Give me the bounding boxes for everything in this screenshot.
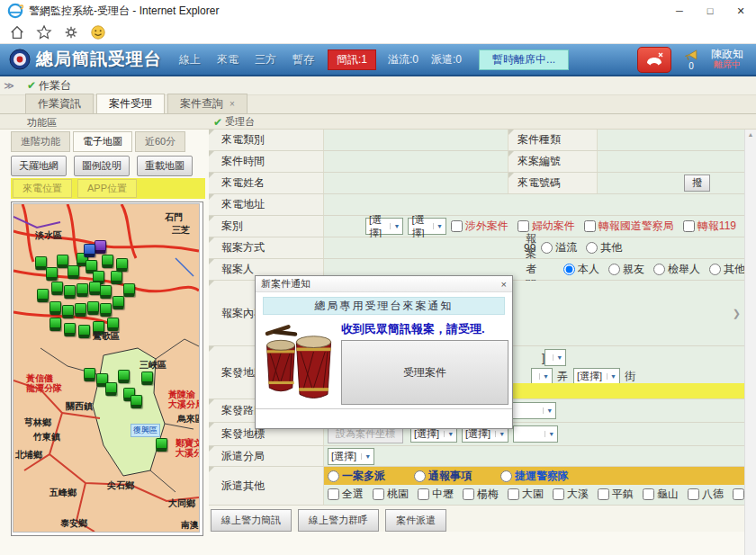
radio-input[interactable] xyxy=(653,264,665,275)
checkbox-option-中壢[interactable]: 中壢 xyxy=(418,487,454,502)
radio-option-其他[interactable]: 其他 xyxy=(586,240,622,255)
away-status-button[interactable]: 暫時離席中... xyxy=(479,49,569,70)
checkbox-input[interactable] xyxy=(733,488,744,500)
map-marker[interactable] xyxy=(75,303,86,317)
tab-案件受理[interactable]: 案件受理 xyxy=(96,94,165,113)
smiley-icon[interactable] xyxy=(90,24,106,40)
case-no-field[interactable] xyxy=(598,151,745,172)
checkbox-input[interactable] xyxy=(373,488,384,500)
settings-gear-icon[interactable] xyxy=(63,24,79,40)
map-marker[interactable] xyxy=(118,370,130,383)
maximize-button[interactable]: □ xyxy=(695,0,725,22)
case-category-select[interactable]: [選擇]▼ xyxy=(408,218,446,235)
radio-input[interactable] xyxy=(563,264,575,275)
map-marker[interactable] xyxy=(111,271,122,284)
hangup-phone-button[interactable] xyxy=(637,47,671,73)
panel-tab-電子地圖[interactable]: 電子地圖 xyxy=(73,131,132,152)
minimize-button[interactable]: ─ xyxy=(664,0,695,22)
map-marker[interactable] xyxy=(51,282,63,295)
checkbox-input[interactable] xyxy=(451,220,463,232)
map-marker[interactable] xyxy=(87,301,99,315)
map-marker[interactable] xyxy=(50,301,61,315)
radio-option-親友[interactable]: 親友 xyxy=(608,262,644,277)
map-marker[interactable] xyxy=(68,265,79,279)
checkbox-option-全選[interactable]: 全選 xyxy=(328,487,364,502)
intersection-select[interactable]: ▼ xyxy=(511,402,556,419)
caller-address-field[interactable] xyxy=(324,194,745,215)
header-menu-item[interactable]: 線上 xyxy=(179,52,201,67)
map-marker[interactable] xyxy=(100,303,112,317)
header-menu-item[interactable]: 三方 xyxy=(255,52,276,67)
radio-input[interactable] xyxy=(500,470,512,482)
call-type-field[interactable] xyxy=(324,130,508,150)
dial-button[interactable]: 撥 xyxy=(684,175,710,192)
map-button-圖例說明[interactable]: 圖例說明 xyxy=(74,156,130,176)
map-marker[interactable] xyxy=(130,395,142,408)
radio-option-本人[interactable]: 本人 xyxy=(563,262,599,277)
action-button-案件派遣[interactable]: 案件派遣 xyxy=(385,509,446,532)
dialog-close-icon[interactable]: × xyxy=(501,279,507,290)
checkbox-option-桃園[interactable]: 桃園 xyxy=(373,487,409,502)
radio-option-通報事項[interactable]: 通報事項 xyxy=(414,469,472,484)
collapse-panel-icon[interactable]: ≫ xyxy=(0,80,18,92)
panel-tab-近60分[interactable]: 近60分 xyxy=(135,131,185,152)
checkbox-option-龜山[interactable]: 龜山 xyxy=(643,487,679,502)
radio-option-一案多派[interactable]: 一案多派 xyxy=(328,469,385,484)
checkbox-option-大溪[interactable]: 大溪 xyxy=(553,487,589,502)
action-button-線上警力群呼[interactable]: 線上警力群呼 xyxy=(298,509,379,532)
radio-input[interactable] xyxy=(608,264,620,275)
checkbox-option-八德[interactable]: 八德 xyxy=(688,487,724,502)
electronic-map[interactable]: 石門三芝淡水區鶯歌區三峽區烏來區關西鎮芎林鄉竹東鎮北埔鄉五峰鄉尖石鄉泰安鄉大同鄉… xyxy=(13,203,200,533)
radio-input[interactable] xyxy=(414,470,426,482)
caller-number-field[interactable]: 撥 xyxy=(598,173,745,193)
map-marker[interactable] xyxy=(156,438,167,452)
accept-case-button[interactable]: 受理案件 xyxy=(341,340,508,405)
dispatch-branch-select[interactable]: [選擇]▼ xyxy=(328,448,374,465)
vertical-scrollbar[interactable]: ▲ ▼ xyxy=(744,130,756,555)
map-marker[interactable] xyxy=(50,318,61,331)
landmark-select[interactable]: ▼ xyxy=(513,425,558,443)
header-menu-item[interactable]: 來電 xyxy=(217,52,238,67)
radio-input[interactable] xyxy=(328,470,339,482)
map-marker[interactable] xyxy=(107,318,119,331)
case-kind-field[interactable] xyxy=(598,130,745,150)
checkbox-option-涉外案件[interactable]: 涉外案件 xyxy=(451,219,508,234)
radio-input[interactable] xyxy=(709,264,721,275)
tab-案件查詢[interactable]: 案件查詢× xyxy=(167,94,248,113)
map-marker[interactable] xyxy=(64,285,76,299)
caller-name-field[interactable] xyxy=(324,173,508,193)
checkbox-option-楊梅[interactable]: 楊梅 xyxy=(463,487,499,502)
radio-option-溢流[interactable]: 溢流 xyxy=(541,240,577,255)
checkbox-option-轉報國道警察局[interactable]: 轉報國道警察局 xyxy=(584,219,674,234)
checkbox-input[interactable] xyxy=(688,488,699,500)
checkbox-option-轉報119[interactable]: 轉報119 xyxy=(683,219,736,234)
map-marker[interactable] xyxy=(76,283,88,297)
map-marker[interactable] xyxy=(116,258,128,272)
checkbox-input[interactable] xyxy=(553,488,564,500)
map-button-重載地圖[interactable]: 重載地圖 xyxy=(137,156,193,176)
map-marker[interactable] xyxy=(64,323,76,336)
map-marker[interactable] xyxy=(141,371,153,385)
checkbox-input[interactable] xyxy=(584,220,596,232)
radio-option-其他[interactable]: 其他 xyxy=(709,262,745,277)
map-button-天羅地網[interactable]: 天羅地網 xyxy=(11,156,67,176)
checkbox-input[interactable] xyxy=(643,488,654,500)
map-marker[interactable] xyxy=(46,267,58,281)
position-button-APP位置[interactable]: APP位置 xyxy=(77,179,137,198)
tab-close-icon[interactable]: × xyxy=(230,99,235,109)
action-button-線上警力簡訊[interactable]: 線上警力簡訊 xyxy=(211,509,292,532)
checkbox-input[interactable] xyxy=(328,488,339,500)
favorites-star-icon[interactable] xyxy=(36,24,52,40)
panel-tab-進階功能[interactable]: 進階功能 xyxy=(11,131,70,152)
case-category-select[interactable]: [選擇]▼ xyxy=(365,218,403,235)
map-marker[interactable] xyxy=(62,305,74,318)
position-button-來電位置[interactable]: 來電位置 xyxy=(13,179,72,198)
checkbox-option-大園[interactable]: 大園 xyxy=(508,487,544,502)
home-icon[interactable] xyxy=(9,24,25,40)
tab-作業資訊[interactable]: 作業資訊 xyxy=(25,94,94,113)
map-marker[interactable] xyxy=(100,285,112,299)
dialog-titlebar[interactable]: 新案件通知 × xyxy=(256,276,512,292)
horn-notification[interactable]: 0 xyxy=(682,48,700,71)
checkbox-input[interactable] xyxy=(508,488,519,500)
map-marker[interactable] xyxy=(123,283,135,297)
